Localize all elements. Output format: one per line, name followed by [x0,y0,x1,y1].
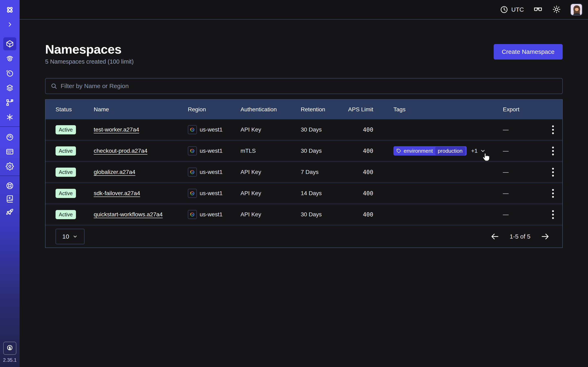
column-header-retention: Retention [301,106,348,113]
aps-limit-value: 400 [348,211,373,218]
sidebar-expand-button[interactable] [3,18,16,31]
next-page-button[interactable] [540,232,550,242]
sidebar-item-gauge[interactable] [3,131,16,143]
column-header-aps-limit: APS Limit [348,106,373,113]
arrow-right-icon [540,232,550,242]
sidebar-item-branch[interactable] [3,96,16,109]
sidebar-item-pricing[interactable] [3,342,16,355]
region-label: us-west1 [200,211,223,218]
sidebar-item-layers[interactable] [3,81,16,94]
gear-icon [6,162,14,170]
tag-overflow-count: +1 [471,148,478,154]
chevron-right-icon [7,21,13,27]
clock-icon [500,5,508,14]
user-avatar[interactable] [571,4,582,16]
dollar-badge-icon [6,344,14,352]
export-value: — [503,148,544,154]
namespace-link[interactable]: quickstart-workflows.a27a4 [94,211,163,217]
sidebar-divider [0,175,20,176]
table-row: Active test-worker.a27a4 us-west1 API Ke… [45,119,562,141]
kebab-menu-button[interactable] [550,123,556,136]
namespace-link[interactable]: sdk-failover.a27a4 [94,190,140,196]
auth-label: API Key [241,169,301,175]
retention-label: 30 Days [301,211,348,218]
create-namespace-button[interactable]: Create Namespace [494,44,563,59]
sidebar-item-credit-card[interactable] [3,145,16,158]
status-badge: Active [56,189,76,198]
arrow-left-icon [490,232,500,242]
tags-cell: environmentproduction+1 [373,146,503,156]
gcp-icon [188,167,197,176]
export-value: — [503,169,544,175]
sidebar-item-gear[interactable] [3,160,16,173]
tag-icon [396,149,401,153]
column-header-status: Status [56,106,94,113]
kebab-menu-button[interactable] [550,145,556,157]
namespace-link[interactable]: checkout-prod.a27a4 [94,148,147,154]
retention-label: 14 Days [301,190,348,197]
auth-label: API Key [241,211,301,218]
table-row: Active checkout-prod.a27a4 us-west1 mTLS… [45,141,562,162]
theme-toggle-button[interactable] [552,5,561,15]
export-value: — [503,126,544,133]
filter-input[interactable] [61,83,557,90]
radar-icon [6,54,14,63]
asterisk-icon [6,113,14,121]
gcp-icon [188,210,197,219]
main-content: Namespaces 5 Namespaces created (100 lim… [20,20,588,367]
sidebar-item-radar[interactable] [3,52,16,65]
gcp-icon [188,146,197,155]
page-size-select[interactable]: 10 [56,229,85,244]
auth-label: API Key [241,126,301,133]
retention-label: 30 Days [301,126,348,133]
page-title: Namespaces [45,42,134,56]
namespace-link[interactable]: test-worker.a27a4 [94,126,139,133]
sidebar-item-book[interactable] [3,192,16,205]
status-badge: Active [56,125,76,134]
cube-icon [6,40,14,48]
column-header-export: Export [503,106,544,113]
gcp-icon [188,189,197,198]
lifebuoy-icon [6,182,14,190]
book-icon [6,195,14,203]
previous-page-button[interactable] [490,232,500,242]
column-header-region: Region [188,106,241,113]
tag-pill[interactable]: environmentproduction [393,146,467,156]
page-size-value: 10 [62,233,69,240]
filter-bar[interactable] [45,78,563,94]
table-header-row: StatusNameRegionAuthenticationRetentionA… [45,100,562,119]
sidebar-divider [0,126,20,127]
chevron-down-icon [72,234,78,239]
app-version: 2.35.1 [0,357,20,363]
sidebar: 2.35.1 [0,0,20,367]
kebab-menu-button[interactable] [550,208,556,221]
column-header-tags: Tags [373,106,503,113]
sidebar-item-rocket[interactable] [3,205,16,218]
retention-label: 7 Days [301,169,348,175]
aps-limit-value: 400 [348,148,373,154]
layers-icon [6,84,14,92]
status-badge: Active [56,146,76,156]
timezone-button[interactable]: UTC [500,5,524,14]
branch-icon [6,99,14,107]
auth-label: API Key [241,190,301,197]
tag-key: environment [404,148,433,154]
namespace-link[interactable]: globalizer.a27a4 [94,169,135,175]
aps-limit-value: 400 [348,190,373,197]
sidebar-item-cube[interactable] [3,37,16,50]
sun-icon [552,5,561,14]
export-value: — [503,190,544,197]
column-header-authentication: Authentication [241,106,301,113]
status-badge: Active [56,167,76,177]
sidebar-logo[interactable] [3,3,16,16]
kebab-menu-button[interactable] [550,166,556,179]
sidebar-item-asterisk[interactable] [3,111,16,124]
tags-expand-button[interactable] [480,148,486,154]
search-icon [51,83,57,90]
timer-icon [6,69,14,77]
sidebar-item-timer[interactable] [3,67,16,80]
labs-toggle-button[interactable] [533,5,543,15]
kebab-menu-button[interactable] [550,187,556,200]
pagination-range-label: 1-5 of 5 [510,233,530,240]
sidebar-item-lifebuoy[interactable] [3,179,16,192]
